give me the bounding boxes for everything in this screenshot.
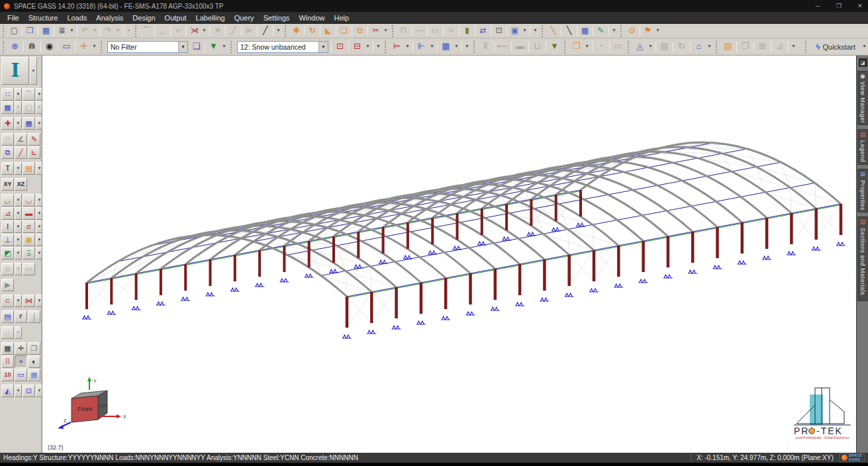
copy-entities-button[interactable]: ❏ [338, 24, 350, 37]
viewport-3d-model[interactable] [42, 56, 856, 453]
member-sag-dropdown-arrow[interactable]: ▼ [15, 194, 22, 207]
maximize-button[interactable]: ❐ [835, 3, 843, 9]
support-tool-button[interactable]: ⊥ [1, 234, 14, 246]
gray-pair-button[interactable]: ◔ [594, 40, 608, 54]
i-section-dropdown-arrow[interactable]: ▼ [15, 220, 22, 233]
panel-button[interactable]: ▭ [429, 24, 442, 37]
pan-dropdown-arrow[interactable]: ▼ [91, 40, 98, 53]
gray-arrow-button[interactable]: ⟵ [496, 40, 510, 54]
funnel-filter-button[interactable]: ▼ [207, 40, 220, 54]
tab-view-manager[interactable]: ◉View Manager [857, 71, 868, 125]
gray-grid-button[interactable]: ⊞ [755, 40, 769, 54]
member-diag-button[interactable]: ⊿ [1, 207, 14, 220]
copy-view-dropdown-arrow[interactable]: ▼ [583, 40, 591, 53]
menu-window[interactable]: Window [294, 12, 329, 24]
shade-triangle-button[interactable]: ◬ [633, 40, 647, 54]
fillet-button[interactable]: ◡ [156, 24, 169, 37]
minimize-button[interactable]: ─ [814, 3, 822, 9]
load-truck-button[interactable]: ⊟ [350, 40, 364, 54]
render-pie-button[interactable]: ◐ [28, 355, 40, 368]
flags-multi-dropdown-arrow[interactable]: ▼ [15, 247, 22, 259]
plate-box-dropdown-arrow[interactable]: ▼ [453, 40, 460, 53]
datasheet-button[interactable]: ▦ [579, 24, 591, 37]
member-end-button[interactable]: ⊾ [28, 146, 40, 159]
node-pair-button[interactable]: ⧉ [1, 146, 14, 159]
node-load-button[interactable]: ⊙ [626, 24, 638, 37]
redo-dropdown-arrow[interactable]: ▼ [115, 24, 122, 37]
black-wand-button[interactable]: ╲ [563, 24, 575, 37]
load-more-dropdown-arrow[interactable]: ▼ [375, 40, 382, 53]
load-box-button[interactable]: ⊡ [333, 40, 347, 54]
quickstart-dropdown-arrow[interactable]: ▼ [861, 40, 868, 53]
zoom-select-button[interactable]: ⊡ [23, 385, 35, 397]
section-shape-button[interactable]: Ⅰ [1, 57, 29, 85]
arc-gray-button[interactable]: ◠ [1, 133, 14, 146]
wave-button[interactable]: ≈ [445, 24, 458, 37]
panel-pin-icon[interactable]: ◪ [859, 58, 867, 67]
ghost-node-dropdown-arrow[interactable]: ▼ [15, 263, 22, 275]
fill-blue-button[interactable]: ▦ [28, 369, 40, 381]
truck-more-dropdown-arrow[interactable]: ▼ [532, 24, 539, 37]
grid-fill-button[interactable]: ▦ [1, 101, 14, 114]
member-cable-button[interactable]: ◡ [23, 194, 35, 207]
orientation-cube[interactable]: Front Right Y X Z [57, 376, 131, 437]
offset-entities-button[interactable]: ⧉ [354, 24, 366, 37]
gray-save-view-button[interactable]: ▤ [657, 40, 671, 54]
anchor-button[interactable]: ⊓ [397, 24, 410, 37]
menu-analysis[interactable]: Analysis [91, 12, 128, 24]
gray-window-button[interactable]: ❐ [738, 40, 752, 54]
dash-button[interactable]: — [413, 24, 426, 37]
label-orange-button[interactable]: ▤ [23, 162, 35, 175]
face-yellow-button[interactable]: ▣ [23, 234, 35, 246]
stress-sigma-button[interactable]: σ [23, 220, 35, 233]
quickstart-button[interactable]: ϟQuickstart [810, 40, 861, 54]
draw-arc-button[interactable]: ⌒ [140, 24, 153, 37]
swap-axes-button[interactable]: ⇄ [477, 24, 489, 37]
camera-button[interactable]: ◉ [42, 40, 56, 54]
printer-dropdown-arrow[interactable]: ▼ [68, 24, 75, 37]
member-angle-button[interactable]: ∠ [15, 133, 27, 146]
node-flag-dropdown-arrow[interactable]: ▼ [654, 24, 661, 37]
gray-chart-button[interactable]: ⊿ [773, 40, 787, 54]
mesh-button[interactable]: ✳ [211, 24, 224, 37]
menu-output[interactable]: Output [160, 12, 191, 24]
move-nodes-button[interactable]: ✥ [290, 24, 303, 37]
pick-pen-button[interactable]: ✎ [28, 133, 40, 146]
move-truck-button[interactable]: ▣ [508, 24, 521, 37]
release-dropdown-arrow[interactable]: ▼ [428, 40, 436, 53]
gray-tool-button[interactable]: ⊼ [479, 40, 493, 54]
intersect-button[interactable]: ⌐ [172, 24, 185, 37]
dots-grid-button[interactable]: ⠿ [1, 355, 14, 368]
blue-diag-button[interactable]: ◭ [1, 385, 14, 397]
filter-combo[interactable]: No Filter▼ [107, 41, 188, 53]
section-shape-dropdown-arrow[interactable]: ▼ [30, 57, 37, 85]
draw-nodes-button[interactable]: ∷ [1, 88, 14, 101]
viewport[interactable]: Front Right Y X Z [42, 56, 856, 453]
tab-sections-and-materials[interactable]: ▤Sections and Materials [857, 216, 868, 301]
orange-wand-button[interactable]: ╲ [547, 24, 559, 37]
bin-button[interactable]: ▮ [461, 24, 473, 37]
restraint-dropdown-arrow[interactable]: ▼ [404, 40, 411, 53]
draw-member-dropdown-arrow[interactable]: ▼ [275, 24, 282, 37]
report-doc-button[interactable]: ▤ [721, 40, 735, 54]
grid-blue-button[interactable]: ▦ [23, 117, 35, 130]
open-folder-button[interactable]: ❒ [24, 24, 36, 37]
member-diag-dropdown-arrow[interactable]: ▼ [15, 207, 22, 220]
support-tool-dropdown-arrow[interactable]: ▼ [15, 234, 22, 246]
menu-loads[interactable]: Loads [62, 12, 91, 24]
menu-design[interactable]: Design [128, 12, 160, 24]
ghost-node-button[interactable]: ⊙ [1, 263, 14, 275]
history-dropdown-arrow[interactable]: ▼ [125, 24, 132, 37]
filter-combo-arrow[interactable]: ▼ [178, 42, 187, 52]
node-flag-button[interactable]: ⚑ [642, 24, 654, 37]
printer-button[interactable]: ≣ [56, 24, 68, 37]
text-tool-button[interactable]: T [1, 162, 14, 175]
copy-view-button[interactable]: ❐ [569, 40, 583, 54]
line-tool-button[interactable]: ╱ [227, 24, 240, 37]
node-snap-dropdown-arrow[interactable]: ▼ [201, 24, 208, 37]
gray-clip-button[interactable]: ⊔ [530, 40, 544, 54]
i-prime-button[interactable]: I' [15, 310, 27, 323]
brush-dropdown-arrow[interactable]: ▼ [610, 24, 618, 37]
basket-button[interactable]: ▼ [548, 40, 561, 54]
plane-xz-button[interactable]: XZ [15, 178, 27, 191]
